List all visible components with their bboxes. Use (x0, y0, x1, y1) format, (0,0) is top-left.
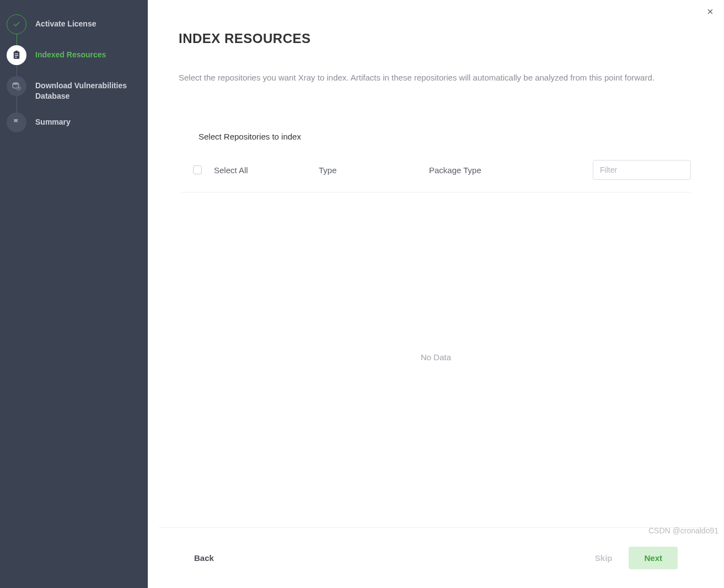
wizard-footer: Back Skip Next (159, 527, 713, 588)
filter-input[interactable] (593, 160, 691, 180)
next-button[interactable]: Next (629, 547, 678, 569)
svg-rect-1 (15, 51, 18, 52)
repositories-table: Select All Type Package Type No Data (181, 154, 691, 362)
table-empty-message: No Data (181, 193, 691, 362)
step-label: Summary (35, 113, 71, 127)
page-title: INDEX RESOURCES (179, 31, 693, 46)
back-button[interactable]: Back (194, 553, 214, 563)
step-label: Activate License (35, 14, 96, 29)
table-header-row: Select All Type Package Type (181, 154, 691, 193)
main-panel: INDEX RESOURCES Select the repositories … (148, 0, 724, 588)
database-download-icon (7, 76, 26, 96)
wizard-sidebar: Activate License Indexed Resources Downl… (0, 0, 148, 588)
step-label: Download Vulnerabilities Database (35, 76, 141, 101)
step-indexed-resources[interactable]: Indexed Resources (7, 45, 141, 76)
section-title: Select Repositories to index (199, 132, 693, 141)
column-type: Type (319, 165, 429, 175)
select-all-cell (181, 165, 214, 174)
step-label: Indexed Resources (35, 45, 106, 60)
svg-rect-4 (15, 57, 17, 57)
page-description: Select the repositories you want Xray to… (179, 73, 693, 82)
column-package-type: Package Type (429, 165, 593, 175)
step-download-vuln-db[interactable]: Download Vulnerabilities Database (7, 76, 141, 113)
column-select-all: Select All (214, 165, 319, 175)
step-summary[interactable]: Summary (7, 113, 141, 143)
clipboard-icon (7, 45, 26, 65)
svg-point-5 (13, 82, 19, 85)
filter-cell (593, 160, 691, 180)
close-icon[interactable] (706, 8, 714, 15)
content-area: INDEX RESOURCES Select the repositories … (148, 0, 724, 527)
step-activate-license[interactable]: Activate License (7, 14, 141, 45)
svg-rect-3 (15, 55, 18, 56)
flag-icon (7, 113, 26, 132)
skip-button[interactable]: Skip (595, 553, 613, 563)
check-icon (7, 14, 26, 34)
select-all-checkbox[interactable] (193, 165, 202, 174)
svg-rect-2 (15, 54, 18, 54)
